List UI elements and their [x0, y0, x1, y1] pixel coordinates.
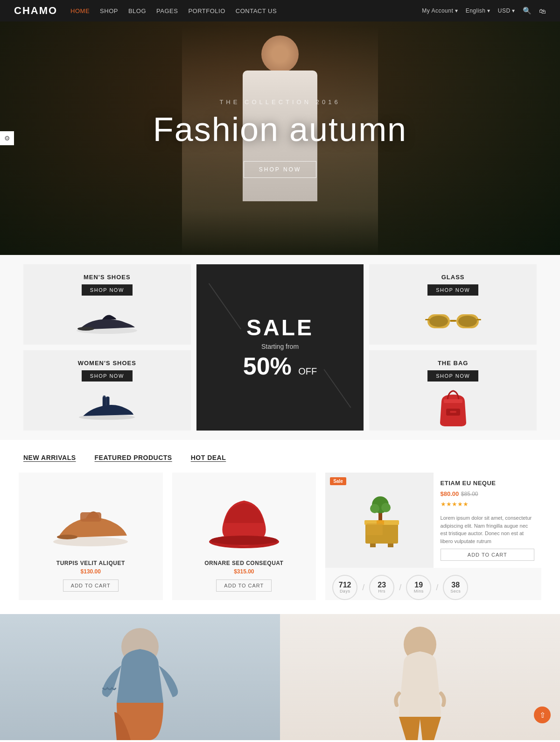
svg-point-1: [77, 327, 94, 331]
countdown-mins-label: Mins: [414, 589, 424, 594]
hero-content: THE COLLECTION 2016 Fashion autumn SHOP …: [153, 99, 407, 178]
nav-logo[interactable]: CHAMO: [14, 5, 57, 17]
svg-point-8: [458, 316, 477, 327]
settings-icon[interactable]: ⚙: [0, 131, 14, 145]
countdown-hrs: 23 Hrs: [369, 575, 394, 600]
hot-deal-name: ETIAM EU NEQUE: [441, 480, 534, 487]
womens-shoes-shop-button[interactable]: SHOP NOW: [82, 370, 133, 382]
hot-deal-price-new: $80.00: [441, 490, 459, 497]
svg-rect-4: [450, 320, 456, 322]
nav-left: CHAMO HOME SHOP BLOG PAGES PORTFOLIO CON…: [14, 5, 277, 17]
womens-shoes-card: WOMEN'S SHOES SHOP NOW: [23, 350, 191, 431]
tab-hot-deal[interactable]: HOT DEAL: [191, 454, 226, 463]
category-section: MEN'S SHOES SHOP NOW SALE Starting from …: [0, 255, 560, 440]
nav-home[interactable]: HOME: [70, 7, 90, 14]
products-section: NEW ARRIVALS FEATURED PRODUCTS HOT DEAL …: [0, 440, 560, 614]
search-icon[interactable]: 🔍: [523, 7, 532, 15]
svg-rect-6: [476, 319, 481, 320]
tab-new-arrivals[interactable]: NEW ARRIVALS: [23, 454, 76, 463]
hero-shop-now-button[interactable]: SHOP NOW: [244, 161, 316, 178]
hot-deal-container: Sale: [325, 473, 541, 600]
svg-rect-5: [425, 319, 430, 320]
the-bag-image: [376, 386, 530, 426]
products-grid: TURPIS VELIT ALIQUET $130.00 ADD TO CART…: [19, 473, 541, 600]
the-bag-card: THE BAG SHOP NOW: [369, 350, 537, 431]
countdown-mins-value: 19: [414, 581, 423, 589]
svg-point-17: [57, 535, 77, 539]
nav-pages[interactable]: PAGES: [156, 7, 178, 14]
scroll-up-button[interactable]: ⇧: [534, 707, 551, 723]
countdown-days: 712 Days: [332, 575, 357, 600]
countdown-separator-1: /: [362, 583, 364, 593]
sale-badge: Sale: [330, 477, 346, 485]
mens-shoes-card: MEN'S SHOES SHOP NOW: [23, 264, 191, 345]
star-rating: ★★★★★: [441, 501, 534, 508]
svg-rect-30: [366, 523, 383, 535]
product-card-featured: ORNARE SED CONSEQUAT $315.00 ADD TO CART: [172, 473, 316, 600]
nav-links: HOME SHOP BLOG PAGES PORTFOLIO CONTACT U…: [70, 7, 277, 14]
product-price-featured: $315.00: [234, 568, 254, 575]
glass-card: GLASS SHOP NOW: [369, 264, 537, 345]
countdown-hrs-label: Hrs: [378, 589, 385, 594]
bottom-fashion-section: [0, 614, 560, 740]
hot-deal-info: ETIAM EU NEQUE $80.00 $85.00 ★★★★★ Lorem…: [434, 473, 541, 568]
nav-portfolio[interactable]: PORTFOLIO: [188, 7, 225, 14]
glass-shop-button[interactable]: SHOP NOW: [427, 284, 478, 296]
nav-right: My Account ▾ English ▾ USD ▾ 🔍 🛍: [422, 7, 546, 15]
glass-image: [376, 300, 530, 340]
hero-title: Fashion autumn: [153, 111, 407, 148]
countdown-mins: 19 Mins: [406, 575, 431, 600]
hot-deal-description: Lorem ipsum dolor sit amet, consectetur …: [441, 514, 534, 545]
mens-shoes-image: [30, 300, 184, 340]
add-to-cart-featured-button[interactable]: ADD TO CART: [216, 579, 272, 592]
cart-icon[interactable]: 🛍: [539, 7, 546, 15]
add-to-cart-new-button[interactable]: ADD TO CART: [63, 579, 119, 592]
bottom-left-model: [0, 614, 280, 740]
nav-account[interactable]: My Account ▾: [422, 7, 458, 14]
hot-deal-card: Sale: [325, 473, 541, 568]
product-image-shoe: [26, 480, 156, 554]
svg-rect-14: [444, 399, 462, 403]
sale-card: SALE Starting from 50% OFF: [196, 264, 364, 431]
the-bag-shop-button[interactable]: SHOP NOW: [427, 370, 478, 382]
nav-shop[interactable]: SHOP: [100, 7, 118, 14]
svg-point-7: [429, 316, 448, 327]
svg-point-28: [381, 503, 391, 512]
product-card-new-arrival: TURPIS VELIT ALIQUET $130.00 ADD TO CART: [19, 473, 163, 600]
nav-contact[interactable]: CONTACT US: [236, 7, 277, 14]
hot-deal-price-old: $85.00: [461, 491, 478, 497]
the-bag-title: THE BAG: [438, 360, 469, 367]
sale-percentage: 50% OFF: [243, 354, 317, 378]
svg-rect-13: [450, 411, 456, 413]
nav-blog[interactable]: BLOG: [128, 7, 146, 14]
products-tabs: NEW ARRIVALS FEATURED PRODUCTS HOT DEAL: [19, 454, 541, 463]
hero-subtitle: THE COLLECTION 2016: [153, 99, 407, 106]
svg-point-20: [210, 536, 278, 545]
mens-shoes-shop-button[interactable]: SHOP NOW: [82, 284, 133, 296]
svg-rect-10: [103, 396, 106, 407]
womens-shoes-image: [30, 386, 184, 426]
tab-featured-products[interactable]: FEATURED PRODUCTS: [95, 454, 172, 463]
countdown-hrs-value: 23: [378, 581, 386, 589]
svg-rect-22: [370, 544, 376, 547]
svg-rect-16: [80, 512, 101, 522]
add-to-cart-hot-deal-button[interactable]: ADD TO CART: [441, 549, 534, 561]
countdown-days-value: 712: [339, 581, 351, 589]
sale-title: SALE: [246, 317, 314, 339]
product-price-new: $130.00: [81, 568, 101, 575]
navbar: CHAMO HOME SHOP BLOG PAGES PORTFOLIO CON…: [0, 0, 560, 21]
hero-section: THE COLLECTION 2016 Fashion autumn SHOP …: [0, 21, 560, 255]
category-grid: MEN'S SHOES SHOP NOW SALE Starting from …: [23, 264, 537, 431]
countdown-separator-3: /: [436, 583, 438, 593]
countdown-days-label: Days: [340, 589, 350, 594]
hot-deal-prices: $80.00 $85.00: [441, 489, 534, 498]
glass-title: GLASS: [441, 274, 465, 281]
countdown-secs: 38 Secs: [443, 575, 468, 600]
countdown-separator-2: /: [399, 583, 401, 593]
svg-point-27: [370, 504, 379, 513]
nav-currency[interactable]: USD ▾: [498, 7, 515, 14]
nav-language[interactable]: English ▾: [466, 7, 490, 14]
countdown-timer: 712 Days / 23 Hrs / 19 Mins: [325, 575, 541, 600]
svg-rect-11: [106, 396, 109, 406]
womens-shoes-title: WOMEN'S SHOES: [78, 360, 136, 367]
